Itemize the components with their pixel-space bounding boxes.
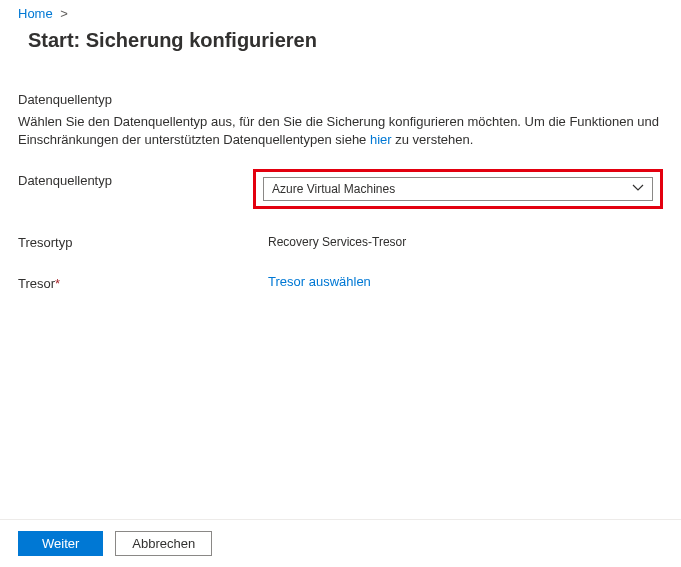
label-vault-type: Tresortyp: [18, 231, 268, 250]
section-description-text-1: Wählen Sie den Datenquellentyp aus, für …: [18, 114, 659, 147]
datasource-section: Datenquellentyp Wählen Sie den Datenquel…: [0, 56, 681, 291]
section-description: Wählen Sie den Datenquellentyp aus, für …: [18, 113, 663, 149]
vault-type-value: Recovery Services-Tresor: [268, 231, 663, 249]
section-description-text-2: zu verstehen.: [392, 132, 474, 147]
breadcrumb-separator: >: [60, 6, 68, 21]
row-datasource-type: Datenquellentyp Azure Virtual Machines: [18, 169, 663, 209]
section-heading: Datenquellentyp: [18, 92, 663, 107]
footer-bar: Weiter Abbrechen: [0, 519, 681, 567]
row-vault: Tresor* Tresor auswählen: [18, 272, 663, 291]
next-button[interactable]: Weiter: [18, 531, 103, 556]
label-vault-text: Tresor: [18, 276, 55, 291]
form-rows: Datenquellentyp Azure Virtual Machines T…: [18, 169, 663, 291]
datasource-type-dropdown[interactable]: Azure Virtual Machines: [263, 177, 653, 201]
row-vault-type: Tresortyp Recovery Services-Tresor: [18, 231, 663, 250]
breadcrumb: Home >: [0, 0, 681, 21]
highlight-box: Azure Virtual Machines: [253, 169, 663, 209]
chevron-down-icon: [632, 182, 644, 197]
datasource-type-value: Azure Virtual Machines: [272, 182, 395, 196]
select-vault-link[interactable]: Tresor auswählen: [268, 272, 371, 289]
label-datasource-type: Datenquellentyp: [18, 169, 263, 188]
cancel-button[interactable]: Abbrechen: [115, 531, 212, 556]
learn-more-link[interactable]: hier: [370, 132, 392, 147]
required-indicator: *: [55, 276, 60, 291]
label-vault: Tresor*: [18, 272, 268, 291]
page-title: Start: Sicherung konfigurieren: [0, 21, 681, 56]
breadcrumb-home-link[interactable]: Home: [18, 6, 53, 21]
